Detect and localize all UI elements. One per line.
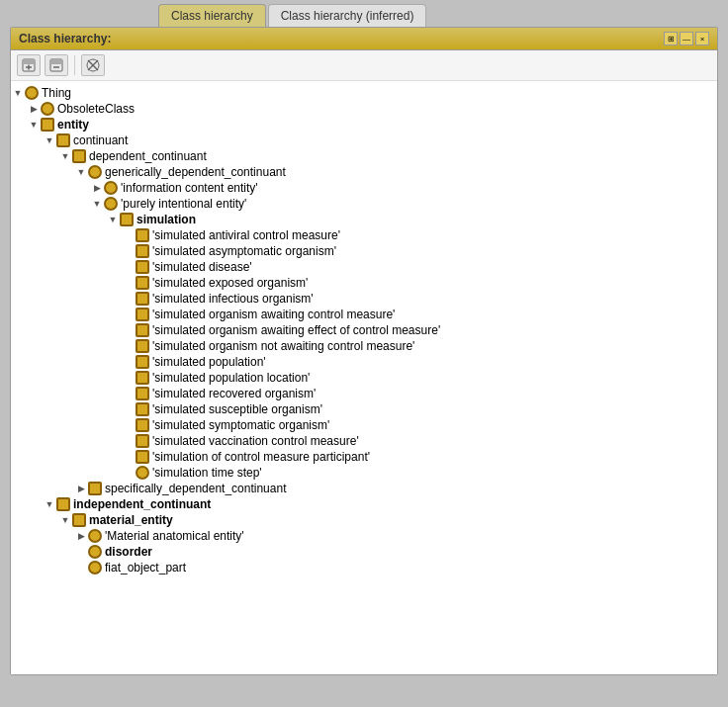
tree-node-label: entity <box>57 118 89 132</box>
square-icon <box>136 260 149 274</box>
tree-toggle[interactable]: ▼ <box>90 199 104 209</box>
square-icon <box>136 228 149 242</box>
tree-row[interactable]: 'simulated asymptomatic organism' <box>11 243 717 259</box>
tree-row[interactable]: 'simulated population' <box>11 354 717 370</box>
tree-row[interactable]: ▶'information content entity' <box>11 180 717 196</box>
tree-node-label: 'simulated exposed organism' <box>152 276 308 290</box>
tree-row[interactable]: ▼continuant <box>11 133 717 148</box>
panel-icon-minimize[interactable]: — <box>680 32 693 45</box>
tree-row[interactable]: ▼dependent_continuant <box>11 148 717 164</box>
tree-row[interactable]: ▼Thing <box>11 85 717 101</box>
tree-row[interactable]: 'simulated vaccination control measure' <box>11 433 717 449</box>
tree-toggle[interactable]: ▼ <box>43 135 56 145</box>
tree-row[interactable]: disorder <box>11 544 717 560</box>
tree-node-label: 'simulation time step' <box>152 466 262 480</box>
square-icon <box>136 434 149 448</box>
tree-row[interactable]: ▼simulation <box>11 212 717 227</box>
tree-node-label: specifically_dependent_continuant <box>105 482 286 495</box>
square-icon <box>136 292 149 306</box>
tree-row[interactable]: 'simulation of control measure participa… <box>11 449 717 465</box>
tree-row[interactable]: 'simulated organism awaiting control mea… <box>11 307 717 322</box>
toolbar-separator <box>74 55 75 75</box>
tree-toggle[interactable]: ▼ <box>58 151 72 161</box>
tab-class-hierarchy-inferred[interactable]: Class hierarchy (inferred) <box>268 4 427 27</box>
square-icon <box>88 482 102 495</box>
tree-row[interactable]: ▼entity <box>11 117 717 133</box>
tree-toggle[interactable]: ▶ <box>90 183 104 193</box>
tree-row[interactable]: ▶'Material anatomical entity' <box>11 528 717 544</box>
collapse-button[interactable] <box>45 54 68 76</box>
tree-node-label: ObsoleteClass <box>57 102 135 116</box>
square-icon <box>136 387 149 400</box>
svg-rect-1 <box>23 59 35 64</box>
square-icon <box>72 149 86 163</box>
tree-row[interactable]: ▶specifically_dependent_continuant <box>11 481 717 496</box>
tree-toggle[interactable]: ▼ <box>106 215 120 224</box>
square-icon <box>120 213 134 226</box>
tree-row[interactable]: 'simulated exposed organism' <box>11 275 717 291</box>
tree-toggle[interactable]: ▼ <box>27 120 41 130</box>
tree-node-label: 'simulated antiviral control measure' <box>152 228 340 242</box>
tree-row[interactable]: 'simulation time step' <box>11 465 717 481</box>
tree-row[interactable]: 'simulated susceptible organism' <box>11 401 717 417</box>
tree-row[interactable]: 'simulated organism not awaiting control… <box>11 338 717 354</box>
tree-container[interactable]: ▼Thing▶ObsoleteClass▼entity▼continuant▼d… <box>11 81 717 674</box>
tree-toggle[interactable]: ▼ <box>11 88 25 98</box>
tree-toggle[interactable]: ▶ <box>74 484 88 493</box>
tree-node-label: 'simulated disease' <box>152 260 252 274</box>
tree-row[interactable]: 'simulated symptomatic organism' <box>11 417 717 433</box>
tree-node-label: material_entity <box>89 513 173 527</box>
tree-node-label: 'simulated organism not awaiting control… <box>152 339 414 353</box>
tree-node-label: 'simulated organism awaiting control mea… <box>152 308 395 321</box>
tree-row[interactable]: ▼generically_dependent_continuant <box>11 164 717 180</box>
tree-row[interactable]: fiat_object_part <box>11 560 717 575</box>
square-icon <box>72 513 86 527</box>
toolbar <box>11 50 717 81</box>
tree-row[interactable]: ▶ObsoleteClass <box>11 101 717 117</box>
tree-row[interactable]: 'simulated recovered organism' <box>11 386 717 401</box>
configure-button[interactable] <box>81 54 105 76</box>
panel-icon-grid[interactable]: ⊞ <box>664 32 678 45</box>
tree-node-label: Thing <box>42 86 71 100</box>
square-icon <box>136 276 149 290</box>
tree-row[interactable]: ▼independent_continuant <box>11 496 717 512</box>
tree-row[interactable]: 'simulated population location' <box>11 370 717 386</box>
circle-icon <box>41 102 54 116</box>
square-icon <box>56 133 70 147</box>
tree-node-label: continuant <box>73 133 128 147</box>
tree-node-label: simulation <box>136 213 196 226</box>
tree-row[interactable]: ▼material_entity <box>11 512 717 528</box>
circle-icon <box>88 165 102 179</box>
tree-row[interactable]: 'simulated infectious organism' <box>11 291 717 307</box>
tree-toggle[interactable]: ▶ <box>74 531 88 541</box>
expand-button[interactable] <box>17 54 41 76</box>
circle-icon <box>104 197 118 211</box>
square-icon <box>136 418 149 432</box>
panel: Class hierarchy: ⊞ — × <box>10 27 718 675</box>
square-icon <box>41 118 54 132</box>
tree-row[interactable]: 'simulated antiviral control measure' <box>11 227 717 243</box>
square-icon <box>136 244 149 258</box>
tree-node-label: generically_dependent_continuant <box>105 165 286 179</box>
panel-title: Class hierarchy: <box>19 32 111 45</box>
circle-icon <box>104 181 118 195</box>
tree-node-label: 'simulated susceptible organism' <box>152 402 322 416</box>
square-icon <box>136 308 149 321</box>
tree-row[interactable]: ▼'purely intentional entity' <box>11 196 717 212</box>
tree-toggle[interactable]: ▶ <box>27 104 41 114</box>
circle-icon <box>88 529 102 543</box>
circle-icon <box>25 86 39 100</box>
panel-header: Class hierarchy: ⊞ — × <box>11 28 717 50</box>
tree-node-label: disorder <box>105 545 152 559</box>
tree-row[interactable]: 'simulated disease' <box>11 259 717 275</box>
tree-node-label: independent_continuant <box>73 497 211 511</box>
tab-class-hierarchy[interactable]: Class hierarchy <box>158 4 266 27</box>
circle-icon <box>136 466 149 480</box>
tree-toggle[interactable]: ▼ <box>74 167 88 177</box>
tree-node-label: 'simulated organism awaiting effect of c… <box>152 323 440 337</box>
panel-icon-close[interactable]: × <box>695 32 709 45</box>
square-icon <box>136 355 149 369</box>
tree-toggle[interactable]: ▼ <box>58 515 72 525</box>
tree-row[interactable]: 'simulated organism awaiting effect of c… <box>11 322 717 338</box>
tree-toggle[interactable]: ▼ <box>43 499 56 509</box>
